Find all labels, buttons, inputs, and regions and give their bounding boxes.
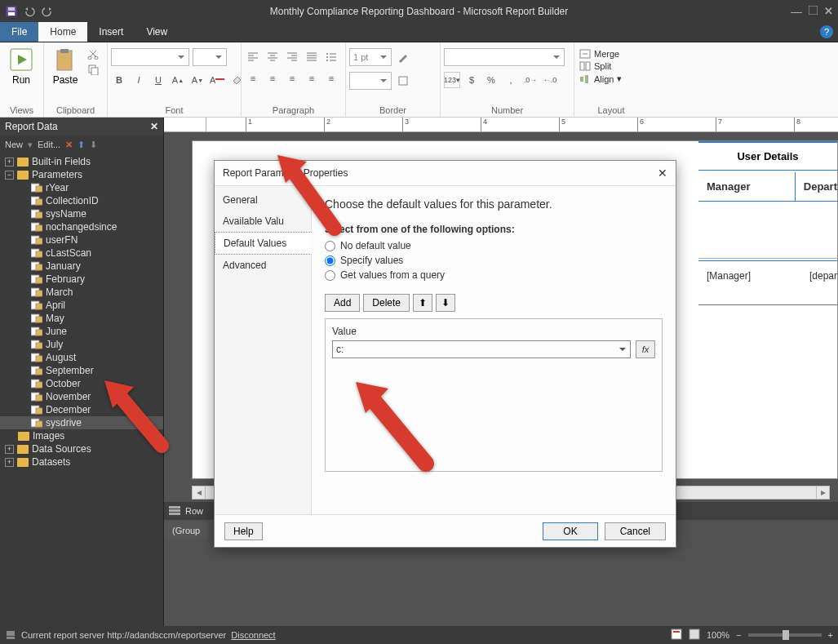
panel-close-icon[interactable]: ✕ (150, 121, 158, 132)
tree-param-clastscan[interactable]: cLastScan (0, 246, 163, 260)
valign-bottom-button[interactable]: ≡ (323, 70, 339, 87)
panel-header: Report Data ✕ (0, 118, 163, 135)
indent-button[interactable]: ≡ (264, 70, 281, 87)
panel-movedown-icon[interactable]: ⬇ (90, 140, 97, 150)
run-button[interactable]: Run (3, 45, 39, 87)
fx-button[interactable]: fx (636, 340, 655, 358)
save-icon[interactable] (5, 5, 18, 18)
font-family-combo[interactable] (111, 48, 189, 66)
tab-file[interactable]: File (0, 22, 38, 42)
tree-param-userfn[interactable]: userFN (0, 233, 163, 246)
valign-middle-button[interactable]: ≡ (304, 70, 320, 87)
shrink-font-button[interactable]: A▼ (189, 72, 206, 88)
percent-button[interactable]: % (483, 72, 499, 88)
currency-button[interactable]: $ (463, 72, 480, 88)
move-down-button[interactable]: ⬇ (436, 294, 455, 312)
align-center-button[interactable] (264, 48, 281, 64)
copy-icon[interactable] (86, 63, 100, 76)
bullets-button[interactable] (323, 48, 339, 64)
tab-home[interactable]: Home (38, 22, 87, 42)
svg-rect-65 (7, 631, 15, 636)
tree-param-june[interactable]: June (0, 325, 163, 338)
value-input[interactable]: c: (332, 340, 631, 358)
help-button[interactable]: Help (224, 522, 263, 540)
panel-moveup-icon[interactable]: ⬆ (78, 140, 85, 150)
close-icon[interactable]: ✕ (824, 5, 833, 17)
tab-view[interactable]: View (135, 22, 179, 42)
border-weight-combo[interactable]: 1 pt (349, 48, 392, 66)
group-chip[interactable]: (Group (164, 522, 208, 540)
dialog-subheading: Select from one of the following options… (325, 224, 663, 235)
tree-param-january[interactable]: January (0, 260, 163, 273)
tree-param-february[interactable]: February (0, 273, 163, 286)
grow-font-button[interactable]: A▲ (170, 72, 186, 88)
tree-param-sysname[interactable]: sysName (0, 207, 163, 220)
delete-button[interactable]: Delete (363, 294, 410, 312)
nav-advanced[interactable]: Advanced (215, 255, 311, 276)
design-view-icon[interactable] (671, 628, 682, 642)
number-placeholder-button[interactable]: 123▾ (444, 72, 460, 88)
align-button[interactable]: Align ▾ (578, 73, 623, 85)
panel-new-button[interactable]: New (5, 140, 23, 149)
italic-button[interactable]: I (131, 72, 147, 88)
split-button[interactable]: Split (578, 60, 613, 72)
preview-view-icon[interactable] (689, 628, 700, 642)
font-color-button[interactable]: A (209, 72, 225, 88)
cut-icon[interactable] (86, 47, 100, 60)
paste-button[interactable]: Paste (47, 45, 83, 87)
maximize-icon[interactable] (809, 6, 818, 17)
tree-param-nochangedsince[interactable]: nochangedsince (0, 220, 163, 233)
radio-no-default[interactable]: No default value (325, 240, 663, 251)
underline-button[interactable]: U (150, 72, 166, 88)
border-style-combo[interactable] (349, 72, 392, 90)
redo-icon[interactable] (41, 5, 54, 18)
cell-depart[interactable]: [depar (801, 270, 837, 282)
tree-builtin-fields[interactable]: +Built-in Fields (0, 155, 163, 168)
justify-button[interactable] (304, 48, 320, 64)
decrease-decimal-button[interactable]: ←.0 (542, 72, 558, 88)
border-sides-button[interactable] (395, 73, 411, 89)
tree-param-april[interactable]: April (0, 299, 163, 312)
tree-param-may[interactable]: May (0, 312, 163, 325)
svg-rect-26 (36, 212, 42, 218)
border-color-button[interactable] (395, 49, 411, 65)
tree-parameters[interactable]: −Parameters (0, 168, 163, 181)
tree-param-march[interactable]: March (0, 286, 163, 299)
font-size-combo[interactable] (193, 48, 227, 66)
radio-specify-values[interactable]: Specify values (325, 255, 663, 266)
move-up-button[interactable]: ⬆ (413, 294, 432, 312)
zoom-out-icon[interactable]: − (736, 630, 741, 640)
tree-param-ryear[interactable]: rYear (0, 181, 163, 194)
add-button[interactable]: Add (325, 294, 360, 312)
tree-param-july[interactable]: July (0, 338, 163, 351)
bold-button[interactable]: B (111, 72, 127, 88)
cancel-button[interactable]: Cancel (605, 522, 666, 540)
thousands-button[interactable]: , (503, 72, 519, 88)
merge-button[interactable]: Merge (578, 48, 621, 60)
undo-icon[interactable] (23, 5, 36, 18)
tree-datasets[interactable]: +Datasets (0, 455, 163, 469)
minimize-icon[interactable]: — (791, 5, 802, 18)
tab-insert[interactable]: Insert (87, 22, 135, 42)
help-icon[interactable]: ? (820, 25, 833, 38)
tree-param-collectionid[interactable]: CollectionID (0, 194, 163, 207)
panel-delete-icon[interactable]: ✕ (65, 140, 73, 150)
disconnect-link[interactable]: Disconnect (231, 630, 275, 640)
tree-param-september[interactable]: September (0, 364, 163, 377)
zoom-slider[interactable] (748, 633, 822, 637)
valign-top-button[interactable]: ≡ (284, 70, 300, 87)
radio-from-query[interactable]: Get values from a query (325, 269, 663, 281)
zoom-in-icon[interactable]: + (828, 630, 833, 640)
align-left-button[interactable] (245, 48, 261, 64)
tree-param-august[interactable]: August (0, 351, 163, 364)
ok-button[interactable]: OK (543, 522, 597, 540)
outdent-button[interactable]: ≡ (245, 70, 261, 87)
panel-edit-button[interactable]: Edit... (38, 140, 60, 149)
dialog-close-icon[interactable]: ✕ (658, 167, 667, 180)
row-groups-icon (169, 506, 180, 516)
cell-manager[interactable]: [Manager] (698, 270, 801, 282)
number-format-combo[interactable] (444, 48, 565, 66)
increase-decimal-button[interactable]: .0→ (522, 72, 539, 88)
align-right-button[interactable] (284, 48, 300, 64)
annotation-arrow-2 (104, 380, 170, 456)
